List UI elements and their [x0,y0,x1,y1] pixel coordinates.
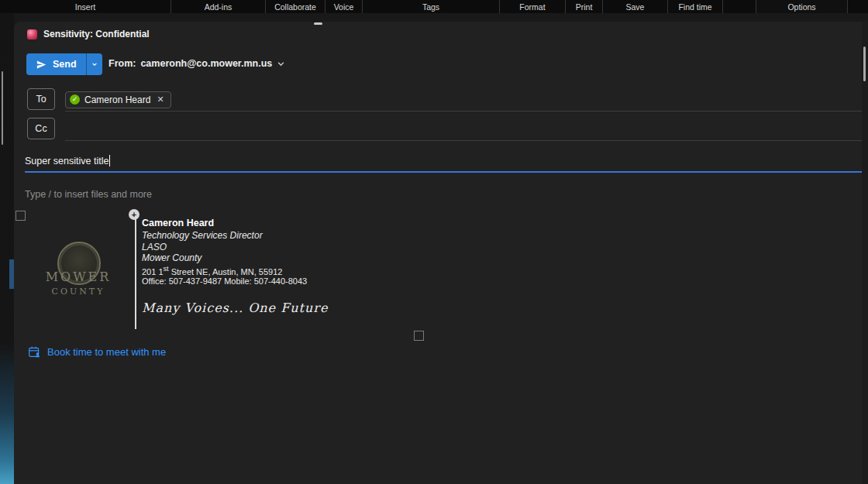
right-scrollbar[interactable] [862,22,868,484]
chevron-down-icon [91,60,98,68]
menu-item-tags[interactable]: Tags [363,0,500,13]
send-split-button: Send [26,53,102,75]
menu-item-label: Voice [334,2,354,12]
to-input[interactable]: ✓ Cameron Heard ✕ [65,88,868,112]
cc-input[interactable] [65,118,868,141]
signature-divider [135,215,136,329]
menu-item-label: Add-ins [205,2,232,12]
left-edge-strip [0,13,14,484]
text-caret [109,155,110,166]
menu-item-label: Save [626,2,645,12]
selection-handle-bottom[interactable] [414,331,424,341]
menu-item-label: Print [576,2,593,12]
signature-phones: Office: 507-437-9487 Mobile: 507-440-804… [142,276,307,286]
cc-button[interactable]: Cc [27,118,55,139]
menu-item-save[interactable]: Save [603,0,668,13]
send-icon [36,59,47,70]
signature-tagline: Many Voices... One Future [142,300,328,315]
address-ordinal: st [164,265,169,273]
sensitivity-icon [27,29,37,39]
recipient-name: Cameron Heard [84,94,150,105]
signature-org2: Mower County [142,252,202,263]
sensitivity-row: Sensitivity: Confidential [27,29,150,39]
menu-item-label: Tags [422,2,439,12]
menu-item-add-ins[interactable]: Add-ins [171,0,266,13]
left-scrollbar-thumb[interactable] [2,71,3,145]
menu-item-print[interactable]: Print [566,0,603,13]
signature-job-title: Technology Services Director [142,230,263,241]
calendar-person-icon [28,345,41,359]
logo-text-mower: MOWER [37,269,119,284]
to-button[interactable]: To [27,88,55,110]
compose-panel: Sensitivity: Confidential Send From: cam… [14,22,868,484]
chevron-down-icon [277,60,285,68]
recipient-chip[interactable]: ✓ Cameron Heard ✕ [65,91,171,108]
app-window: Insert Add-ins Collaborate Voice Tags Fo… [0,0,868,484]
send-button-label: Send [53,59,77,70]
menubar: Insert Add-ins Collaborate Voice Tags Fo… [0,0,868,13]
menu-item-label: Insert [75,2,95,12]
subject-value: Super sensitive title [25,156,108,166]
signature-address: 201 1st Street NE, Austin, MN, 55912 [142,265,282,276]
top-handle [314,22,322,25]
menu-item-find-time[interactable]: Find time [668,0,723,13]
menu-item-voice[interactable]: Voice [326,0,363,13]
right-scrollbar-thumb[interactable] [863,46,866,81]
book-time-label: Book time to meet with me [47,346,166,358]
body-placeholder: Type / to insert files and more [25,189,152,200]
menu-item-insert[interactable]: Insert [0,0,171,13]
remove-recipient-button[interactable]: ✕ [155,94,165,105]
presence-available-icon: ✓ [70,94,80,105]
menubar-spacer [723,0,756,13]
menu-item-label: Options [787,2,815,12]
signature-org1: LASO [142,242,167,252]
subject-field[interactable]: Super sensitive title [25,150,868,173]
from-address: cameronh@co.mower.mn.us [140,58,272,69]
menubar-end-spacer [848,0,868,13]
sensitivity-label: Sensitivity: Confidential [43,29,150,39]
signature-name: Cameron Heard [142,218,214,228]
menu-item-format[interactable]: Format [500,0,566,13]
book-time-link[interactable]: Book time to meet with me [28,345,166,359]
address-rest: Street NE, Austin, MN, 55912 [169,267,283,276]
send-button[interactable]: Send [26,53,86,75]
menu-item-label: Find time [678,2,711,12]
from-label: From: [108,58,136,69]
selection-handle-top-left[interactable] [16,211,26,221]
menu-item-label: Format [519,2,545,12]
menu-item-label: Collaborate [274,2,316,12]
send-options-dropdown[interactable] [86,53,102,75]
address-prefix: 201 1 [142,267,164,276]
menu-item-collaborate[interactable]: Collaborate [266,0,326,13]
menu-item-options[interactable]: Options [756,0,848,13]
logo-text-county: COUNTY [37,287,119,297]
add-content-button[interactable]: + [129,209,140,220]
from-selector[interactable]: From: cameronh@co.mower.mn.us [108,58,285,69]
